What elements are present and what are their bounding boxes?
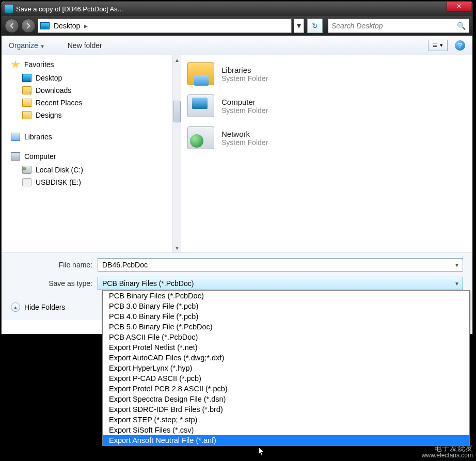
- dropdown-option[interactable]: Export Specctra Design File (*.dsn): [103, 394, 469, 404]
- sidebar-libraries[interactable]: Libraries: [11, 133, 177, 141]
- save-as-type-label: Save as type:: [11, 279, 98, 288]
- new-folder-button[interactable]: New folder: [68, 41, 102, 50]
- save-as-type-select[interactable]: PCB Binary Files (*.PcbDoc) ▼: [98, 277, 463, 290]
- search-icon[interactable]: 🔍: [457, 22, 466, 30]
- disk-icon: [22, 166, 31, 174]
- folder-icon: [22, 111, 31, 119]
- libraries-icon: [11, 133, 20, 141]
- dropdown-option[interactable]: PCB 4.0 Binary File (*.pcb): [103, 311, 469, 322]
- organize-menu[interactable]: Organize▼: [9, 41, 45, 50]
- dropdown-option[interactable]: PCB ASCII File (*.PcbDoc): [103, 332, 469, 342]
- sidebar-item[interactable]: USBDISK (E:): [11, 176, 177, 188]
- usb-icon: [22, 178, 31, 186]
- watermark: 电子发烧友 www.elecfans.com: [422, 444, 473, 459]
- folder-icon: [22, 86, 31, 94]
- dropdown-option[interactable]: PCB Binary Files (*.PcbDoc): [103, 291, 469, 301]
- dropdown-option[interactable]: Export STEP (*.step; *.stp): [103, 415, 469, 425]
- collapse-icon: ▲: [11, 303, 20, 312]
- search-box[interactable]: 🔍: [328, 19, 469, 33]
- dropdown-option[interactable]: Export SiSoft Files (*.csv): [103, 425, 469, 435]
- sidebar-item[interactable]: Desktop: [11, 72, 177, 84]
- chevron-down-icon[interactable]: ▼: [454, 262, 459, 268]
- dropdown-option[interactable]: Export HyperLynx (*.hyp): [103, 363, 469, 373]
- libs-icon: [187, 62, 214, 85]
- save-as-dialog: Save a copy of [DB46.PcbDoc] As... ✕ Des…: [1, 1, 473, 335]
- list-item[interactable]: LibrariesSystem Folder: [187, 62, 466, 85]
- close-button[interactable]: ✕: [447, 2, 471, 12]
- sidebar-item[interactable]: Downloads: [11, 84, 177, 97]
- chevron-down-icon[interactable]: ▼: [454, 281, 459, 287]
- dropdown-option[interactable]: PCB 3.0 Binary File (*.pcb): [103, 301, 469, 311]
- scrollbar-thumb[interactable]: [173, 101, 181, 122]
- dropdown-option[interactable]: Export P-CAD ASCII (*.pcb): [103, 373, 469, 384]
- sidebar-item[interactable]: Local Disk (C:): [11, 164, 177, 176]
- sidebar-scrollbar[interactable]: ▲ ▼: [172, 55, 181, 252]
- forward-button[interactable]: [21, 19, 36, 33]
- back-button[interactable]: [5, 19, 19, 33]
- window-title: Save a copy of [DB46.PcbDoc] As...: [16, 5, 123, 13]
- help-button[interactable]: ?: [455, 40, 465, 51]
- dropdown-option[interactable]: Export Protel PCB 2.8 ASCII (*.pcb): [103, 384, 469, 394]
- toolbar: Organize▼ New folder ☰ ▾ ?: [2, 36, 472, 55]
- mouse-cursor: [258, 447, 265, 457]
- dropdown-option[interactable]: Export SDRC-IDF Brd Files (*.brd): [103, 404, 469, 415]
- file-list[interactable]: LibrariesSystem FolderComputerSystem Fol…: [181, 55, 472, 252]
- dropdown-option[interactable]: PCB 5.0 Binary File (*.PcbDoc): [103, 322, 469, 332]
- comp-icon: [187, 94, 214, 117]
- dropdown-option[interactable]: Export Ansoft Neutral File (*.anf): [103, 435, 469, 446]
- dropdown-option[interactable]: Export Protel Netlist (*.net): [103, 342, 469, 353]
- sidebar-item[interactable]: Recent Places: [11, 97, 177, 109]
- desktop-icon: [40, 22, 50, 29]
- breadcrumb-dropdown[interactable]: ▾: [294, 19, 304, 33]
- list-item[interactable]: ComputerSystem Folder: [187, 94, 466, 117]
- list-item[interactable]: NetworkSystem Folder: [187, 126, 466, 149]
- navigation-pane: Favorites DesktopDownloadsRecent PlacesD…: [2, 55, 181, 252]
- sidebar-computer[interactable]: Computer: [11, 152, 177, 161]
- refresh-button[interactable]: ↻: [307, 19, 323, 33]
- sidebar-favorites[interactable]: Favorites: [11, 60, 177, 69]
- file-name-input[interactable]: DB46.PcbDoc ▼: [98, 258, 463, 272]
- dropdown-option[interactable]: Export AutoCAD Files (*.dwg;*.dxf): [103, 353, 469, 363]
- app-icon: [5, 5, 13, 13]
- scroll-up-icon[interactable]: ▲: [172, 55, 181, 65]
- file-name-label: File name:: [11, 261, 98, 269]
- save-as-type-dropdown[interactable]: PCB Binary Files (*.PcbDoc)PCB 3.0 Binar…: [102, 290, 470, 446]
- sidebar-item[interactable]: Designs: [11, 109, 177, 121]
- chevron-right-icon[interactable]: ▸: [84, 22, 88, 30]
- nav-bar: Desktop ▸ ▾ ↻ 🔍: [2, 16, 472, 36]
- view-options-button[interactable]: ☰ ▾: [428, 40, 448, 51]
- recent-icon: [22, 99, 31, 107]
- search-input[interactable]: [331, 22, 457, 30]
- breadcrumb-location: Desktop: [54, 22, 80, 30]
- titlebar[interactable]: Save a copy of [DB46.PcbDoc] As... ✕: [2, 2, 472, 16]
- scroll-down-icon[interactable]: ▼: [172, 243, 181, 252]
- monitor-icon: [22, 74, 31, 82]
- net-icon: [187, 126, 214, 149]
- computer-icon: [11, 152, 20, 161]
- breadcrumb[interactable]: Desktop ▸: [38, 19, 292, 33]
- star-icon: [11, 60, 20, 69]
